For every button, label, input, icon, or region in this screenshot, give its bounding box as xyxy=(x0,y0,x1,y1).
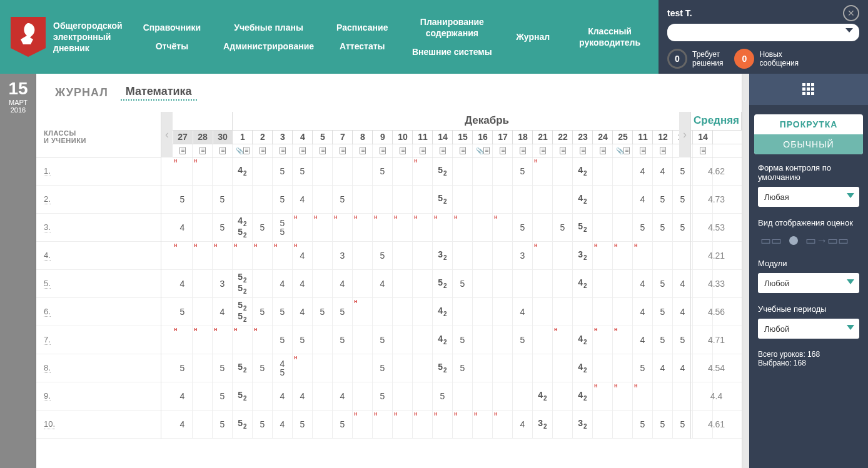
grade-cell[interactable]: 4 xyxy=(333,382,353,410)
grade-cell[interactable]: 5 xyxy=(373,242,393,269)
grade-cell[interactable] xyxy=(513,354,533,382)
grade-cell[interactable]: 4 xyxy=(173,214,193,241)
form-control-select[interactable]: Любая xyxy=(758,187,859,207)
grade-cell[interactable]: 52 xyxy=(233,382,253,410)
student-row[interactable]: 4. xyxy=(36,242,161,270)
lesson-icon[interactable] xyxy=(593,144,613,157)
lesson-icon[interactable] xyxy=(213,144,233,157)
grade-cell[interactable]: 5 xyxy=(253,214,273,241)
day-header[interactable]: 11 xyxy=(413,131,433,144)
grade-cell[interactable] xyxy=(593,157,613,185)
day-header[interactable]: 3 xyxy=(273,131,293,144)
grade-cell[interactable]: 5 xyxy=(333,326,353,354)
nav-item[interactable]: РасписаниеАттестаты xyxy=(325,0,399,74)
grade-cell[interactable] xyxy=(413,186,433,213)
lesson-icon[interactable] xyxy=(353,144,373,157)
grade-cell[interactable]: 4 xyxy=(513,411,533,438)
lesson-icon[interactable] xyxy=(373,144,393,157)
grade-cell[interactable] xyxy=(413,270,433,297)
grade-cell[interactable]: н xyxy=(593,382,613,410)
grade-cell[interactable]: н xyxy=(333,214,353,241)
grade-cell[interactable]: н xyxy=(593,242,613,269)
grade-cell[interactable]: 5 xyxy=(333,186,353,213)
grade-cell[interactable]: н xyxy=(413,157,433,185)
grade-cell[interactable] xyxy=(493,270,513,297)
grade-cell[interactable] xyxy=(353,326,373,354)
grade-cell[interactable]: 42 xyxy=(573,186,593,213)
grade-cell[interactable]: 5 xyxy=(273,157,293,185)
grade-cell[interactable] xyxy=(373,298,393,326)
grade-cell[interactable]: н xyxy=(633,382,653,410)
grade-cell[interactable]: н xyxy=(453,411,473,438)
grade-cell[interactable] xyxy=(253,186,273,213)
grade-cell[interactable]: 5 xyxy=(633,214,653,241)
grade-cell[interactable]: 5 xyxy=(333,411,353,438)
grade-cell[interactable] xyxy=(593,214,613,241)
grade-cell[interactable] xyxy=(593,354,613,382)
grade-cell[interactable]: 5 xyxy=(653,411,673,438)
grade-cell[interactable] xyxy=(553,411,573,438)
grade-cell[interactable]: 5252 xyxy=(233,270,253,297)
grade-cell[interactable] xyxy=(193,298,213,326)
grade-cell[interactable]: 4 xyxy=(653,157,673,185)
grade-cell[interactable] xyxy=(493,186,513,213)
grade-cell[interactable] xyxy=(353,157,373,185)
grade-cell[interactable] xyxy=(513,382,533,410)
grade-cell[interactable]: 5 xyxy=(293,326,313,354)
grade-cell[interactable] xyxy=(533,298,553,326)
grade-cell[interactable] xyxy=(233,186,253,213)
grade-cell[interactable]: н xyxy=(273,242,293,269)
grade-cell[interactable]: 5 xyxy=(453,326,473,354)
grade-cell[interactable] xyxy=(353,382,373,410)
grade-cell[interactable]: 4 xyxy=(293,270,313,297)
grade-cell[interactable]: н xyxy=(493,214,513,241)
grade-cell[interactable]: н xyxy=(553,326,573,354)
grade-cell[interactable] xyxy=(473,214,493,241)
grade-cell[interactable] xyxy=(473,242,493,269)
grade-cell[interactable]: н xyxy=(613,326,633,354)
grade-cell[interactable]: 52 xyxy=(433,354,453,382)
grade-cell[interactable] xyxy=(453,298,473,326)
grade-cell[interactable] xyxy=(353,186,373,213)
grade-cell[interactable] xyxy=(193,382,213,410)
grade-cell[interactable] xyxy=(393,157,413,185)
grade-cell[interactable]: 4 xyxy=(373,270,393,297)
grade-cell[interactable] xyxy=(453,157,473,185)
grade-cell[interactable] xyxy=(353,270,373,297)
grade-cell[interactable]: н xyxy=(353,411,373,438)
grade-cell[interactable]: 5 xyxy=(633,411,653,438)
grade-cell[interactable]: 4 xyxy=(173,411,193,438)
student-row[interactable]: 2. xyxy=(36,186,161,214)
grade-cell[interactable] xyxy=(493,157,513,185)
grade-cell[interactable] xyxy=(313,382,333,410)
grade-cell[interactable]: 4 xyxy=(333,270,353,297)
grade-cell[interactable]: н xyxy=(393,214,413,241)
grade-cell[interactable] xyxy=(533,270,553,297)
grade-cell[interactable] xyxy=(493,298,513,326)
grade-cell[interactable] xyxy=(453,382,473,410)
grade-cell[interactable]: н xyxy=(233,242,253,269)
grade-cell[interactable]: н xyxy=(253,242,273,269)
modules-select[interactable]: Любой xyxy=(758,273,859,293)
grade-cell[interactable] xyxy=(313,157,333,185)
lesson-icon[interactable] xyxy=(273,144,293,157)
lesson-icon[interactable] xyxy=(453,144,473,157)
nav-item[interactable]: Журнал xyxy=(505,0,561,74)
grade-cell[interactable] xyxy=(253,382,273,410)
day-header[interactable]: 1 xyxy=(233,131,253,144)
grade-cell[interactable] xyxy=(253,270,273,297)
grade-cell[interactable] xyxy=(453,186,473,213)
grade-cell[interactable] xyxy=(533,186,553,213)
grade-cell[interactable] xyxy=(553,354,573,382)
scroll-left-button[interactable]: ‹ xyxy=(161,112,173,157)
lesson-icon[interactable] xyxy=(573,144,593,157)
grade-cell[interactable]: 4 xyxy=(513,298,533,326)
grade-cell[interactable]: н xyxy=(213,242,233,269)
grade-cell[interactable] xyxy=(613,270,633,297)
grade-cell[interactable]: 3 xyxy=(513,242,533,269)
grade-cell[interactable]: 5 xyxy=(253,354,273,382)
grade-cell[interactable]: 5 xyxy=(253,298,273,326)
grade-cell[interactable] xyxy=(533,326,553,354)
user-dropdown[interactable] xyxy=(667,24,859,41)
grade-cell[interactable]: 5 xyxy=(373,354,393,382)
